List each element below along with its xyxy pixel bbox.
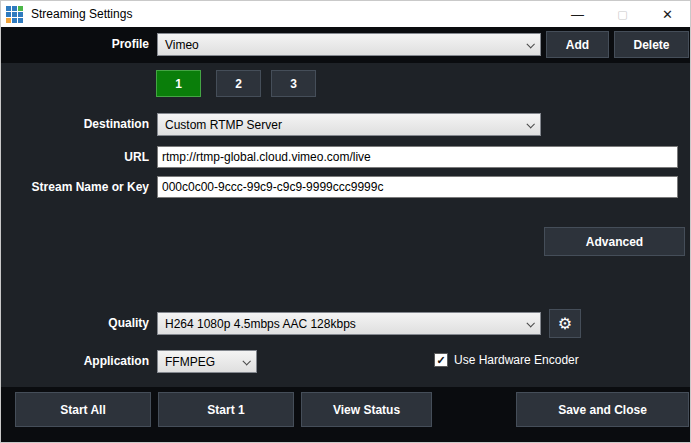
quality-label: Quality: [1, 312, 149, 335]
quality-settings-button[interactable]: ⚙: [549, 309, 581, 338]
tab-stream-3[interactable]: 3: [271, 70, 316, 97]
close-icon[interactable]: ✕: [645, 1, 690, 27]
chevron-down-icon: [526, 319, 534, 327]
advanced-button[interactable]: Advanced: [544, 227, 685, 256]
window-title: Streaming Settings: [31, 7, 132, 21]
quality-selected-value: H264 1080p 4.5mbps AAC 128kbps: [165, 317, 356, 331]
start-1-button[interactable]: Start 1: [158, 392, 294, 427]
settings-panel: [1, 63, 690, 387]
vmix-logo-icon: [6, 6, 23, 23]
profile-label: Profile: [1, 33, 149, 56]
delete-profile-button[interactable]: Delete: [614, 31, 689, 58]
destination-label: Destination: [1, 113, 149, 136]
url-label: URL: [1, 146, 149, 168]
destination-selected-value: Custom RTMP Server: [165, 118, 282, 132]
view-status-button[interactable]: View Status: [301, 392, 432, 427]
profile-select[interactable]: Vimeo: [157, 33, 541, 56]
chevron-down-icon: [526, 40, 534, 48]
add-profile-button[interactable]: Add: [546, 31, 609, 58]
profile-selected-value: Vimeo: [165, 38, 199, 52]
checkmark-icon: ✓: [436, 354, 445, 367]
streaming-settings-window: Streaming Settings — ▢ ✕ Profile Vimeo A…: [0, 0, 691, 443]
hardware-encoder-checkbox[interactable]: ✓: [434, 353, 448, 367]
start-all-button[interactable]: Start All: [15, 392, 151, 427]
destination-select[interactable]: Custom RTMP Server: [157, 113, 541, 136]
stream-key-label: Stream Name or Key: [1, 176, 149, 198]
tab-stream-2[interactable]: 2: [216, 70, 261, 97]
chevron-down-icon: [242, 357, 250, 365]
quality-select[interactable]: H264 1080p 4.5mbps AAC 128kbps: [157, 312, 541, 335]
title-bar: Streaming Settings — ▢ ✕: [1, 1, 690, 27]
stream-key-input[interactable]: [157, 176, 678, 198]
save-and-close-button[interactable]: Save and Close: [516, 392, 689, 427]
tab-stream-1[interactable]: 1: [156, 70, 201, 97]
application-selected-value: FFMPEG: [165, 355, 215, 369]
minimize-icon[interactable]: —: [555, 1, 600, 27]
application-select[interactable]: FFMPEG: [157, 350, 257, 373]
chevron-down-icon: [526, 120, 534, 128]
gear-icon: ⚙: [558, 314, 572, 333]
application-label: Application: [1, 350, 149, 373]
maximize-icon: ▢: [600, 1, 645, 27]
url-input[interactable]: [157, 146, 678, 168]
hardware-encoder-label: Use Hardware Encoder: [454, 353, 579, 368]
window-controls: — ▢ ✕: [555, 1, 690, 27]
